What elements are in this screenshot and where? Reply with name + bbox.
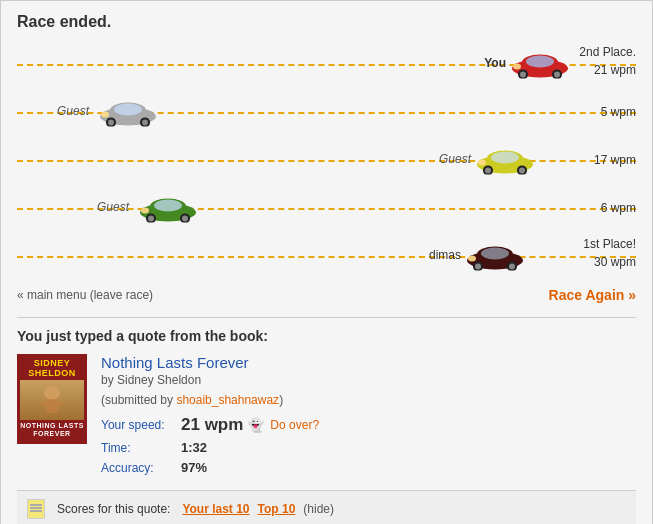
svg-point-4 — [520, 71, 526, 77]
quote-section: You just typed a quote from the book: SI… — [17, 328, 636, 480]
svg-point-6 — [554, 71, 560, 77]
racer-row-you: You 2nd Place. 21 wpm — [17, 41, 636, 87]
your-last-10-link[interactable]: Your last 10 — [182, 502, 249, 516]
racer-info-dimas: 1st Place! 30 wpm — [583, 235, 636, 271]
svg-point-23 — [478, 159, 486, 165]
accuracy-value: 97% — [181, 460, 207, 475]
scores-bar: Scores for this quote: Your last 10 Top … — [17, 490, 636, 524]
race-again-link[interactable]: Race Again » — [549, 287, 636, 303]
submitted-prefix: (submitted by — [101, 393, 176, 407]
svg-point-26 — [154, 199, 182, 211]
racer-info-guest2: 17 wpm — [594, 153, 636, 167]
speed-value: 21 wpm — [181, 415, 243, 435]
accuracy-row: Accuracy: 97% — [101, 460, 636, 475]
car-guest1 — [97, 94, 159, 126]
submitted-user-link[interactable]: shoaib_shahnawaz — [176, 393, 279, 407]
car-you — [509, 46, 571, 78]
book-details: Nothing Lasts Forever by Sidney Sheldon … — [101, 354, 636, 480]
svg-point-31 — [141, 207, 149, 213]
svg-rect-41 — [46, 399, 58, 413]
accuracy-label: Accuracy: — [101, 461, 181, 475]
svg-point-10 — [114, 103, 142, 115]
svg-point-22 — [519, 167, 525, 173]
time-label: Time: — [101, 441, 181, 455]
book-cover: SIDNEY SHELDON NOTHING LASTS FOREVER — [17, 354, 87, 444]
hide-text[interactable]: (hide) — [303, 502, 334, 516]
svg-point-36 — [475, 263, 481, 269]
car-guest3 — [137, 190, 199, 222]
racer-wpm-guest3: 6 wpm — [601, 201, 636, 215]
racer-wpm-you: 21 wpm — [579, 61, 636, 79]
racer-row-guest2: Guest 17 wpm — [17, 137, 636, 183]
car-guest2 — [474, 142, 536, 174]
racer-info-you: 2nd Place. 21 wpm — [579, 43, 636, 79]
submitted-by: (submitted by shoaib_shahnawaz) — [101, 393, 636, 407]
nav-links: « main menu (leave race) Race Again » — [17, 287, 636, 303]
race-track-area: You 2nd Place. 21 wpm Guest — [17, 41, 636, 279]
racer-place-you: 2nd Place. — [579, 43, 636, 61]
book-cover-illustration — [32, 383, 72, 418]
svg-point-15 — [101, 111, 109, 117]
racer-wpm-dimas: 30 wpm — [583, 253, 636, 271]
racer-row-guest3: Guest 6 wpm — [17, 185, 636, 231]
submitted-suffix: ) — [279, 393, 283, 407]
main-menu-link[interactable]: « main menu (leave race) — [17, 288, 153, 302]
svg-rect-42 — [42, 403, 48, 406]
svg-point-14 — [142, 119, 148, 125]
book-cover-title-text: NOTHING LASTS FOREVER — [20, 422, 84, 439]
dashed-line-5 — [17, 256, 636, 258]
time-value: 1:32 — [181, 440, 207, 455]
car-dimas — [464, 238, 526, 270]
svg-point-12 — [108, 119, 114, 125]
svg-point-39 — [468, 255, 476, 261]
dashed-line-3 — [17, 160, 636, 162]
svg-point-30 — [182, 215, 188, 221]
speed-row: Your speed: 21 wpm 👻 Do over? — [101, 415, 636, 435]
book-cover-image-area — [20, 380, 84, 420]
racer-name-guest1: Guest — [57, 104, 89, 118]
svg-point-40 — [44, 386, 60, 400]
racer-name-guest2: Guest — [439, 152, 471, 166]
do-over-link[interactable]: Do over? — [270, 418, 319, 432]
racer-name-guest3: Guest — [97, 200, 129, 214]
svg-point-38 — [509, 263, 515, 269]
divider — [17, 317, 636, 318]
svg-point-2 — [526, 55, 554, 67]
racer-wpm-guest2: 17 wpm — [594, 153, 636, 167]
racer-info-guest1: 5 wpm — [601, 105, 636, 119]
racer-place-dimas: 1st Place! — [583, 235, 636, 253]
racer-wpm-guest1: 5 wpm — [601, 105, 636, 119]
svg-point-18 — [491, 151, 519, 163]
scores-label: Scores for this quote: — [57, 502, 170, 516]
ghost-icon: 👻 — [247, 417, 264, 433]
svg-point-20 — [485, 167, 491, 173]
racer-row-guest1: Guest 5 wpm — [17, 89, 636, 135]
svg-point-28 — [148, 215, 154, 221]
notepad-icon — [27, 499, 45, 519]
racer-info-guest3: 6 wpm — [601, 201, 636, 215]
book-author: by Sidney Sheldon — [101, 373, 636, 387]
speed-label: Your speed: — [101, 418, 181, 432]
book-info-row: SIDNEY SHELDON NOTHING LASTS FOREVER Not… — [17, 354, 636, 480]
quote-section-title: You just typed a quote from the book: — [17, 328, 636, 344]
svg-point-34 — [481, 247, 509, 259]
racer-name-dimas: dimas — [429, 248, 461, 262]
racer-name-you: You — [484, 56, 506, 70]
book-cover-author-text: SIDNEY SHELDON — [20, 358, 84, 378]
top-10-link[interactable]: Top 10 — [258, 502, 296, 516]
book-title-link[interactable]: Nothing Lasts Forever — [101, 354, 636, 371]
main-container: Race ended. You 2nd Place. 21 wpm — [0, 0, 653, 524]
time-row: Time: 1:32 — [101, 440, 636, 455]
svg-rect-43 — [56, 403, 62, 406]
svg-point-7 — [513, 63, 521, 69]
race-ended-title: Race ended. — [17, 13, 636, 31]
racer-row-dimas: dimas 1st Place! 30 wpm — [17, 233, 636, 279]
